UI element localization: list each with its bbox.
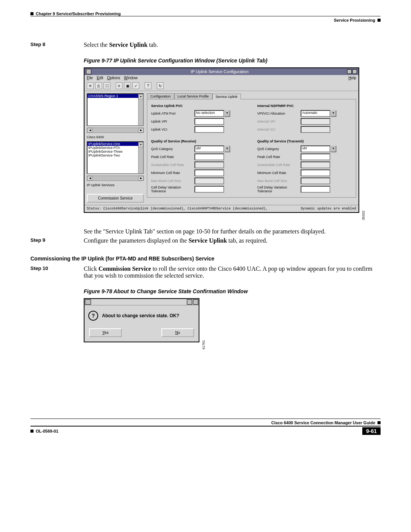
- cdvt-tx-input[interactable]: [301, 186, 330, 193]
- uplink-vpi-label: Uplink VPI: [151, 120, 193, 123]
- toolbar-icon-5[interactable]: ▣: [124, 82, 131, 89]
- minimum-cell-rate-tx-label: Minimum Cell Rate: [257, 171, 299, 175]
- system-menu-icon[interactable]: [86, 69, 91, 74]
- tab-local-service-profile[interactable]: Local Service Profile: [174, 93, 212, 99]
- menu-options[interactable]: Options: [107, 76, 120, 80]
- window-titlebar[interactable]: IP Uplink Service Configuration: [84, 68, 358, 75]
- step-9-text-a: Configure the parameters displayed on th…: [84, 237, 188, 244]
- uplink-atm-port-label: Uplink ATM Port: [151, 112, 193, 115]
- chassis-item-selected[interactable]: CHASSIS-Region 1: [88, 94, 143, 98]
- minimum-cell-rate-rx-label: Minimum Cell Rate: [151, 171, 193, 175]
- see-reference-text: See the "Service Uplink Tab" section on …: [84, 228, 381, 235]
- step-9-label: Step 9: [30, 237, 84, 244]
- status-right: Dynamic updates are enabled: [301, 207, 356, 211]
- vpivci-allocation-label: VPI/VCI Allocation: [257, 112, 299, 115]
- maximize-icon[interactable]: [352, 69, 357, 74]
- minimize-icon[interactable]: [187, 299, 192, 305]
- services-listbox[interactable]: IPUplinkService-One IPUplinkService-PTA …: [87, 141, 144, 174]
- refresh-icon[interactable]: ↻: [157, 82, 164, 89]
- footer-doc-number: OL-0569-01: [36, 429, 58, 433]
- dialog-titlebar[interactable]: [84, 299, 199, 305]
- menu-file[interactable]: File: [87, 76, 93, 80]
- footer-guide-title: Cisco 6400 Service Connection Manager Us…: [271, 420, 375, 425]
- minimize-icon[interactable]: [347, 69, 352, 74]
- print-icon[interactable]: ⎙: [95, 82, 102, 89]
- chevron-down-icon[interactable]: ▼: [224, 110, 230, 117]
- step-9-text: Configure the parameters displayed on th…: [84, 237, 381, 244]
- qos-category-rx-combo[interactable]: ubr ▼: [194, 145, 230, 152]
- qos-category-rx-value[interactable]: ubr: [194, 145, 224, 152]
- chapter-label: Chapter 9 Service/Subscriber Provisionin…: [36, 11, 121, 16]
- minimum-cell-rate-tx-input[interactable]: [301, 169, 330, 176]
- toolbar-icon-6[interactable]: ✓: [132, 82, 139, 89]
- group-qos-transmit: Quality of Service (Transmit): [257, 139, 352, 143]
- chassis-listbox[interactable]: CHASSIS-Region 1 ▲: [87, 93, 144, 126]
- internal-vci-label: Internal VCI: [257, 128, 299, 131]
- scrollbar-vertical[interactable]: ▲: [138, 142, 143, 173]
- menu-edit[interactable]: Edit: [97, 76, 103, 80]
- uplink-atm-port-combo[interactable]: No selection ▼: [194, 110, 230, 117]
- toolbar-icon-1[interactable]: ✕: [87, 82, 94, 89]
- vpivci-allocation-combo[interactable]: Automatic ▼: [301, 110, 336, 117]
- toolbar: ✕ ⎙ ☐ ≡ ▣ ✓ ? ↻: [84, 81, 358, 91]
- qos-category-rx-label: QoS Category: [151, 147, 193, 151]
- figure-78-caption: Figure 9-78 About to Change Service Stat…: [84, 288, 381, 294]
- sustainable-cell-rate-tx-label: Sustainable Cell Rate: [257, 163, 299, 167]
- max-burst-tx-input: [301, 177, 330, 184]
- service-item[interactable]: IPUplinkService-Two: [88, 153, 143, 157]
- menu-window[interactable]: Window: [124, 76, 138, 80]
- maximize-icon[interactable]: [193, 299, 198, 305]
- confirm-message: About to change service state. OK?: [102, 313, 179, 318]
- max-burst-rx-label: Max Burst Cell Size: [151, 179, 193, 183]
- tab-service-uplink[interactable]: Service Uplink: [212, 94, 241, 99]
- step-8-text-b: Service Uplink: [109, 42, 148, 48]
- uplink-vci-input[interactable]: [194, 126, 224, 133]
- step-8-text-c: tab.: [148, 42, 158, 48]
- menu-help[interactable]: Help: [348, 76, 356, 80]
- toolbar-icon-4[interactable]: ≡: [116, 82, 123, 89]
- peak-cell-rate-rx-input[interactable]: [194, 153, 224, 160]
- vpivci-allocation-value[interactable]: Automatic: [301, 110, 330, 117]
- figure-77-id: 35332: [362, 211, 365, 220]
- peak-cell-rate-tx-input[interactable]: [301, 153, 330, 160]
- step-10-text: Click Commission Service to roll the ser…: [84, 265, 381, 279]
- service-item[interactable]: IPUplinkService-Three: [88, 150, 143, 153]
- chevron-down-icon[interactable]: ▼: [224, 145, 230, 152]
- step-8-text: Select the Service Uplink tab.: [84, 42, 381, 48]
- ip-uplink-services-label: IP Uplink Services: [87, 182, 144, 188]
- cisco-6400-label: Cisco 6400: [87, 134, 144, 140]
- tab-configuration[interactable]: Configuration: [147, 93, 174, 99]
- scrollbar-horizontal[interactable]: ◀▶: [87, 176, 144, 181]
- footer-square-icon: [378, 421, 381, 424]
- toolbar-icon-3[interactable]: ☐: [104, 82, 110, 89]
- sustainable-cell-rate-tx-input: [301, 161, 330, 168]
- no-button[interactable]: No: [161, 328, 194, 337]
- system-menu-icon[interactable]: [85, 299, 91, 305]
- page-number: 9-61: [362, 427, 381, 435]
- cdvt-rx-input[interactable]: [194, 186, 224, 193]
- section-label: Service Provisioning: [334, 18, 375, 22]
- chevron-down-icon[interactable]: ▼: [330, 145, 336, 152]
- internal-vci-input: [301, 126, 330, 133]
- chevron-down-icon[interactable]: ▼: [330, 110, 336, 117]
- commission-service-button[interactable]: Commission Service: [87, 194, 144, 203]
- help-icon[interactable]: ?: [145, 82, 151, 89]
- qos-category-tx-value[interactable]: ubr: [301, 145, 330, 152]
- header-square-icon: [30, 12, 33, 15]
- qos-category-tx-combo[interactable]: ubr ▼: [301, 145, 336, 152]
- service-item-selected[interactable]: IPUplinkService-One: [88, 142, 143, 146]
- menubar: File Edit Options Window Help: [84, 75, 358, 81]
- uplink-vpi-input[interactable]: [194, 118, 224, 125]
- uplink-atm-port-value[interactable]: No selection: [194, 110, 224, 117]
- yes-button[interactable]: Yes: [89, 328, 122, 337]
- running-header-left: Chapter 9 Service/Subscriber Provisionin…: [30, 11, 381, 16]
- figure-77-caption: Figure 9-77 IP Uplink Service Configurat…: [84, 58, 381, 64]
- service-uplink-panel: Service Uplink PVC Uplink ATM Port No se…: [147, 99, 356, 198]
- window-title: IP Uplink Service Configuration: [93, 69, 346, 74]
- scrollbar-horizontal[interactable]: ◀▶: [87, 128, 144, 133]
- service-item[interactable]: IPUplinkService-PTA: [88, 146, 143, 150]
- sustainable-cell-rate-rx-input: [194, 161, 224, 168]
- max-burst-rx-input: [194, 177, 224, 184]
- scrollbar-vertical[interactable]: ▲: [138, 94, 143, 125]
- minimum-cell-rate-rx-input[interactable]: [194, 169, 224, 176]
